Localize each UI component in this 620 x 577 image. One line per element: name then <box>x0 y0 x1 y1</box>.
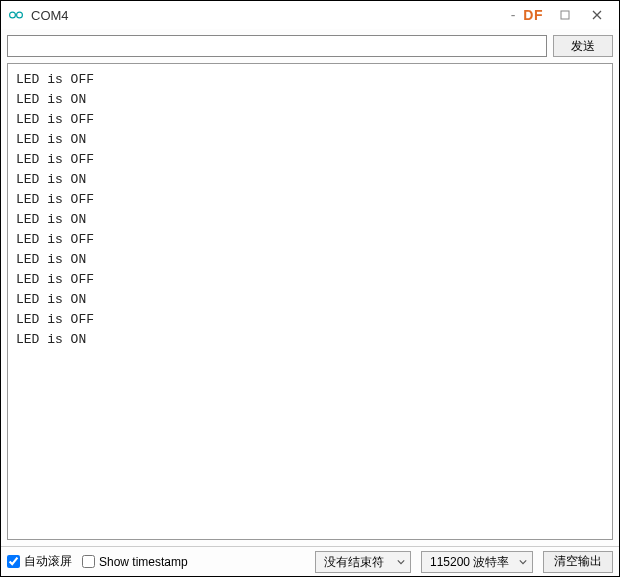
minimize-dash: - <box>511 7 516 23</box>
svg-point-1 <box>17 12 23 18</box>
console-area: LED is OFF LED is ON LED is OFF LED is O… <box>7 63 613 540</box>
svg-rect-2 <box>561 11 569 19</box>
autoscroll-label: 自动滚屏 <box>24 553 72 570</box>
baud-select-wrap: 115200 波特率 <box>421 551 533 573</box>
serial-monitor-window: COM4 - DF 发送 LED is OFF LED is ON LED is… <box>0 0 620 577</box>
maximize-button[interactable] <box>549 3 581 27</box>
timestamp-checkbox[interactable]: Show timestamp <box>82 555 188 569</box>
window-title: COM4 <box>31 8 69 23</box>
brand-logo: DF <box>523 7 543 23</box>
line-ending-select-wrap: 没有结束符 <box>315 551 411 573</box>
timestamp-label: Show timestamp <box>99 555 188 569</box>
titlebar: COM4 - DF <box>1 1 619 29</box>
close-button[interactable] <box>581 3 613 27</box>
svg-point-0 <box>10 12 16 18</box>
arduino-icon <box>9 8 23 22</box>
input-row: 发送 <box>1 29 619 63</box>
clear-output-button[interactable]: 清空输出 <box>543 551 613 573</box>
timestamp-input[interactable] <box>82 555 95 568</box>
autoscroll-input[interactable] <box>7 555 20 568</box>
line-ending-select[interactable]: 没有结束符 <box>315 551 411 573</box>
serial-input[interactable] <box>7 35 547 57</box>
baud-rate-select[interactable]: 115200 波特率 <box>421 551 533 573</box>
console-output[interactable]: LED is OFF LED is ON LED is OFF LED is O… <box>8 64 612 539</box>
send-button[interactable]: 发送 <box>553 35 613 57</box>
footer: 自动滚屏 Show timestamp 没有结束符 115200 波特率 清空输… <box>1 546 619 576</box>
autoscroll-checkbox[interactable]: 自动滚屏 <box>7 553 72 570</box>
window-controls <box>549 3 613 27</box>
